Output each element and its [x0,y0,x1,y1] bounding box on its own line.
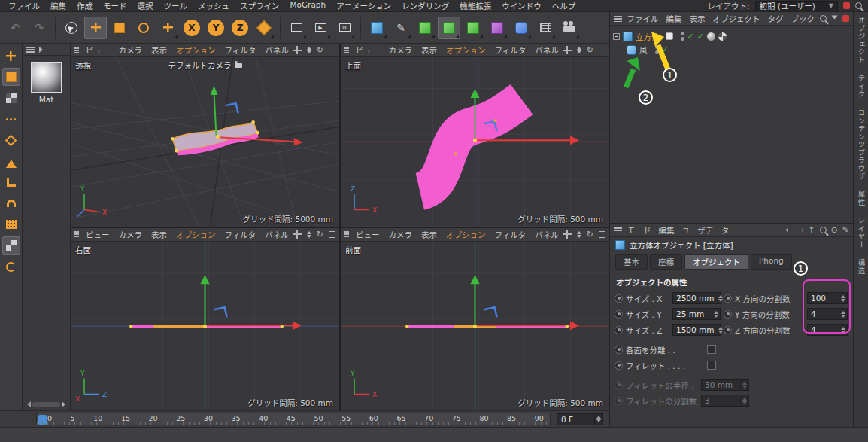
viewport-menu-item[interactable]: パネル [260,44,293,56]
rotate-tool-button[interactable] [132,17,155,39]
viewport-menu-item[interactable]: パネル [530,229,563,240]
frame-spinner[interactable] [594,414,602,425]
keyframe-radio-icon[interactable] [615,326,623,334]
pan-view-icon[interactable] [563,46,572,54]
value-spinner[interactable] [839,325,847,335]
rotate-view-icon[interactable]: ↻ [317,230,323,239]
attribute-tab[interactable]: 座標 [650,254,682,270]
viewport-menu-item[interactable]: パネル [260,229,293,240]
point-mode-button[interactable] [2,110,20,128]
object-row-cube[interactable]: 立方体 ✓ ✓ [610,29,853,43]
rotate-view-icon[interactable]: ↻ [587,230,593,239]
generator-button[interactable] [438,17,460,39]
menu-item[interactable]: 作成 [71,0,98,11]
maximize-view-icon[interactable] [329,47,335,53]
viewport-menu-item[interactable]: オプション [442,229,490,240]
keyframe-radio-icon[interactable] [724,294,732,303]
object-manager-menu-item[interactable]: 編集 [663,13,686,24]
texture-tag-icon[interactable] [718,32,727,41]
menu-item[interactable]: アニメーション [331,0,396,11]
object-enable-checkbox[interactable] [666,32,673,40]
menu-item[interactable]: 選択 [132,0,159,11]
model-mode-button[interactable] [2,68,20,86]
render-settings-button[interactable]: ⚙ [333,17,356,39]
search-icon[interactable] [820,227,827,233]
maximize-view-icon[interactable] [599,231,605,238]
viewport-menu-item[interactable]: ビュー [351,44,384,56]
redo-button[interactable]: ↷ [28,17,50,39]
dock-tab[interactable]: オブジェクト [856,17,866,64]
menu-item[interactable]: ファイル [3,0,45,11]
collapse-icon[interactable] [613,33,620,40]
object-manager-menu-item[interactable]: オブジェクト [709,13,764,24]
keyframe-radio-icon[interactable] [615,294,623,303]
viewport-menu-item[interactable]: 表示 [147,229,171,240]
scrollbar-thumb[interactable] [32,402,60,407]
coordinate-system-button[interactable] [253,17,275,39]
pan-view-icon[interactable] [293,230,302,239]
last-tool-button[interactable] [156,17,179,39]
size-input[interactable]: 25 mm [672,308,721,320]
maximize-view-icon[interactable] [329,231,335,238]
workplane-button[interactable] [2,215,20,233]
move-tool-button[interactable] [84,17,107,39]
x-axis-lock-button[interactable]: X [181,17,203,39]
value-spinner[interactable] [718,325,723,335]
hamburger-menu-icon[interactable] [344,231,349,237]
menu-item[interactable]: ツール [159,0,193,11]
object-manager-menu-item[interactable]: タグ [764,13,788,24]
environment-button[interactable] [534,17,557,39]
viewport-menu-item[interactable]: フィルタ [490,44,530,56]
material-scrollbar[interactable] [23,401,70,410]
attribute-menu-item[interactable]: 編集 [655,224,678,236]
hamburger-menu-icon[interactable] [614,227,622,233]
axis-mode-button[interactable] [2,173,20,191]
polygon-mode-button[interactable] [2,152,20,170]
menu-item[interactable]: 機能拡張 [454,0,496,11]
dock-tab[interactable]: 属性 [856,191,866,206]
filter-icon[interactable] [832,15,838,22]
top-canvas[interactable]: Z X 上面 グリッド間隔: 500 mm [341,57,609,227]
menu-item[interactable]: 編集 [45,0,71,11]
enabled-check-icon[interactable]: ✓ [662,45,669,55]
rotate-view-icon[interactable]: ↻ [587,45,593,55]
viewport-menu-item[interactable]: オプション [442,44,490,56]
hamburger-menu-icon[interactable] [614,16,622,22]
segments-input[interactable]: 4 [807,324,848,336]
viewport-menu-item[interactable]: カメラ [114,229,147,240]
hamburger-menu-icon[interactable] [26,47,35,53]
scroll-right-icon[interactable] [62,401,68,407]
render-to-picture-viewer-button[interactable]: ▶ [309,17,332,39]
deformer-button[interactable] [510,17,533,39]
scale-tool-button[interactable] [108,17,131,39]
red-close-icon[interactable] [842,15,849,22]
menu-item[interactable]: MoGraph [285,0,332,11]
dock-tab[interactable]: テイク [856,75,866,99]
edit-icon[interactable]: ✎ [842,225,849,235]
search-icon[interactable] [820,15,827,22]
viewport-menu-item[interactable]: フィルタ [220,44,260,56]
mograph-button[interactable] [486,17,508,39]
viewport-menu-item[interactable]: パネル [530,44,563,56]
visibility-dots-icon[interactable] [681,32,684,41]
value-spinner[interactable] [839,309,847,319]
object-row-wind[interactable]: 風 ✓ [610,43,853,56]
dock-tab[interactable]: 構造 [856,259,866,275]
option-checkbox[interactable] [707,361,716,370]
expand-menu-icon[interactable] [39,47,46,53]
modeling-object-button[interactable] [462,17,484,39]
object-manager-menu-item[interactable]: ブック [788,13,819,24]
undo-button[interactable]: ↶ [4,17,26,39]
timeline-ruler[interactable]: 051015202530354045505560657075808590 [36,413,551,425]
visibility-dots-icon[interactable] [655,45,659,54]
viewport-menu-item[interactable]: ビュー [81,229,114,240]
convert-to-editable-button[interactable] [2,47,20,65]
render-view-button[interactable] [285,17,308,39]
menu-item[interactable]: レンダリング [396,0,454,11]
keyframe-radio-icon[interactable] [615,361,623,370]
attribute-menu-item[interactable]: モード [624,224,655,236]
menu-item[interactable]: メッシュ [193,0,235,11]
z-axis-lock-button[interactable]: Z [229,17,251,39]
pan-view-icon[interactable] [293,46,302,54]
texture-mode-button[interactable] [2,89,20,107]
